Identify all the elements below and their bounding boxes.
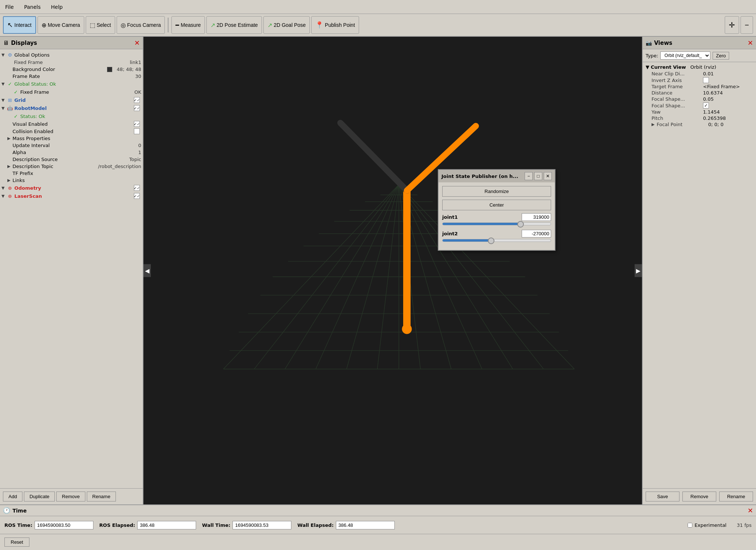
grid-arrow: ▼ [1,98,7,103]
main-layout: 🖥 Displays ✕ ▼ ⚙ Global Options Fixed Fr… [0,37,756,504]
joint1-slider-thumb[interactable] [517,221,524,228]
desc-source-row[interactable]: Description Source Topic [0,156,143,163]
ce-checkbox[interactable] [134,128,140,134]
robot-model-row[interactable]: ▼ 🤖 RobotModel ✓ [0,104,143,112]
cv-focal-point-row[interactable]: ▶ Focal Point 0; 0; 0 [644,121,755,128]
menu-help[interactable]: Help [49,3,65,11]
time-close-button[interactable]: ✕ [748,507,753,514]
fixed-frame-value: link1 [130,60,141,65]
update-interval-row[interactable]: Update Interval 0 [0,142,143,149]
cv-focal-shape2-checkbox[interactable]: ✓ [703,103,709,108]
cv-yaw-row[interactable]: Yaw 1.1454 [644,109,755,115]
viewport-arrow-left[interactable]: ◀ [143,264,151,277]
alpha-row[interactable]: Alpha 1 [0,149,143,156]
interact-button[interactable]: ↖ Interact [3,16,36,34]
ce-label: Collision Enabled [13,129,134,134]
rm-checkbox[interactable]: ✓ [134,105,140,111]
global-status-row[interactable]: ▼ ✓ Global Status: Ok [0,80,143,88]
ros-time-input[interactable] [35,521,93,529]
experimental-checkbox[interactable] [688,523,692,528]
select-label: Select [97,22,111,28]
ros-elapsed-input[interactable] [137,521,196,529]
move-camera-button[interactable]: ⊕ Move Camera [38,16,84,34]
bg-color-row[interactable]: Background Color 48; 48; 48 [0,66,143,73]
add-button[interactable]: Add [3,492,22,501]
views-zero-button[interactable]: Zero [713,52,729,60]
cv-focal-shape1-row[interactable]: Focal Shape... 0.05 [644,96,755,102]
ros-elapsed-field: ROS Elapsed: [99,521,196,529]
alpha-label: Alpha [13,150,135,155]
minus-button[interactable]: − [741,16,753,34]
point-icon: 📍 [315,21,323,29]
gs-fixed-frame-row[interactable]: ✓ Fixed Frame OK [0,88,143,96]
views-rename-button[interactable]: Rename [719,492,753,501]
fixed-frame-row[interactable]: Fixed Frame link1 [0,59,143,66]
bg-color-box [107,67,112,72]
rename-button[interactable]: Rename [87,492,116,501]
jsp-maximize-button[interactable]: □ [534,172,542,180]
reset-button[interactable]: Reset [4,538,29,547]
ve-checkbox[interactable]: ✓ [134,121,140,127]
odo-checkbox[interactable]: ✓ [134,185,140,191]
dt-arrow: ▶ [7,164,13,169]
select-button[interactable]: ⬚ Select [86,16,115,34]
rm-status-row[interactable]: ✓ Status: Ok [0,112,143,120]
joint1-slider-fill [443,223,521,225]
randomize-button[interactable]: Randomize [442,186,551,197]
camera-icon: ⊕ [42,22,46,29]
cv-focal-shape2-row[interactable]: Focal Shape... ✓ [644,102,755,109]
joint2-slider-track[interactable] [442,239,551,242]
pose-estimate-button[interactable]: ↗ 2D Pose Estimate [206,16,262,34]
global-options-row[interactable]: ▼ ⚙ Global Options [0,51,143,59]
collision-enabled-row[interactable]: Collision Enabled [0,128,143,135]
views-type-dropdown[interactable]: Orbit (rviz_default_ [660,51,710,60]
joint1-slider-track[interactable] [442,222,551,225]
grid-checkbox[interactable]: ✓ [134,97,140,103]
wall-elapsed-input[interactable] [336,521,395,529]
focus-camera-button[interactable]: ◎ Focus Camera [117,16,165,34]
joint2-row: joint2 [442,230,551,242]
current-view-header[interactable]: ▼ Current View Orbit (rviz) [644,64,755,71]
laserscan-row[interactable]: ▼ ⊕ LaserScan ✓ [0,192,143,200]
tf-prefix-row[interactable]: TF Prefix [0,170,143,177]
odometry-row[interactable]: ▼ ⊕ Odometry ✓ [0,184,143,192]
grid-row[interactable]: ▼ ⊞ Grid ✓ [0,96,143,104]
joint1-value-input[interactable] [522,213,551,221]
publish-point-button[interactable]: 📍 Publish Point [311,16,359,34]
cv-target-frame-row[interactable]: Target Frame <Fixed Frame> [644,83,755,90]
ls-checkbox[interactable]: ✓ [134,193,140,199]
cv-invert-z-row[interactable]: Invert Z Axis [644,77,755,83]
desc-topic-row[interactable]: ▶ Description Topic /robot_description [0,163,143,170]
menu-panels[interactable]: Panels [22,3,43,11]
frame-rate-row[interactable]: Frame Rate 30 [0,73,143,80]
views-save-button[interactable]: Save [646,492,679,501]
cv-near-clip-row[interactable]: Near Clip Di... 0.01 [644,71,755,77]
cv-pitch-row[interactable]: Pitch 0.265398 [644,115,755,121]
wall-time-input[interactable] [233,521,291,529]
3d-viewport[interactable]: ◀ ▶ [143,37,642,504]
joint2-slider-thumb[interactable] [488,238,494,244]
joint2-value-input[interactable] [522,230,551,238]
links-row[interactable]: ▶ Links [0,177,143,184]
plus-button[interactable]: ✛ [725,16,739,34]
remove-button[interactable]: Remove [56,492,85,501]
viewport-arrow-right[interactable]: ▶ [635,264,642,277]
visual-enabled-row[interactable]: Visual Enabled ✓ [0,120,143,128]
jsp-minimize-button[interactable]: − [525,172,533,180]
mass-props-row[interactable]: ▶ Mass Properties [0,135,143,142]
links-label: Links [13,178,141,183]
cv-distance-row[interactable]: Distance 10.6374 [644,90,755,96]
menu-file[interactable]: File [3,3,16,11]
cv-invert-z-checkbox[interactable] [703,77,709,83]
cv-distance-value: 10.6374 [703,90,753,96]
displays-panel-close[interactable]: ✕ [134,39,140,47]
displays-panel-title: Displays [11,40,37,46]
views-panel-close[interactable]: ✕ [748,39,753,47]
jsp-close-button[interactable]: ✕ [544,172,552,180]
center-button[interactable]: Center [442,200,551,210]
duplicate-button[interactable]: Duplicate [24,492,55,501]
measure-button[interactable]: ━ Measure [171,16,205,34]
experimental-field: Experimental [688,522,727,528]
views-remove-button[interactable]: Remove [682,492,716,501]
goal-pose-button[interactable]: ↗ 2D Goal Pose [263,16,310,34]
